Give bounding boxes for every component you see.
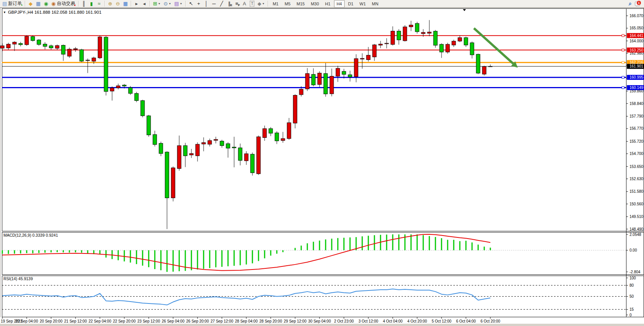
line-chart-button[interactable]: ≈ [96, 0, 103, 7]
time-tick-label: 4 Oct 20:00 [407, 319, 427, 323]
candle-body [92, 58, 96, 61]
timeframe-mn-button[interactable]: MN [369, 0, 381, 8]
candle-body [318, 73, 321, 84]
rsi-axis-label: 100 [630, 276, 636, 280]
time-tick-label: 26 Sep 20:00 [186, 319, 209, 323]
bar-chart-button[interactable]: ║ [80, 0, 87, 7]
timeframe-d1-button[interactable]: D1 [345, 0, 356, 8]
chevron-down-icon[interactable]: ▼ [169, 2, 171, 5]
search-icon[interactable]: ⌕ [627, 0, 634, 7]
timeframe-m1-button[interactable]: M1 [270, 0, 281, 8]
crosshair-button[interactable]: + [195, 0, 202, 7]
candle-body [6, 44, 10, 48]
timeframe-m30-button[interactable]: M30 [308, 0, 321, 8]
new-order-icon-overlay: + [21, 4, 23, 7]
zoom-out-button[interactable]: ⊖ [114, 0, 121, 7]
horizontal-line-icon: ─ [212, 1, 216, 6]
autotrading-icon-overlay: ● [74, 4, 76, 7]
add-indicator-icon: ⊞ [153, 1, 157, 6]
chart-shift-button[interactable]: ◂ [141, 0, 148, 7]
candle-body [61, 45, 65, 55]
candle-body [37, 40, 41, 45]
chevron-down-icon[interactable]: ▼ [158, 2, 161, 5]
candle-body [80, 50, 84, 61]
candlestick-icon: ▮ [90, 1, 93, 6]
timeframe-h4-button[interactable]: H4 [334, 0, 345, 8]
candle-body [25, 36, 29, 45]
toolbar-separator [149, 1, 150, 6]
candle-body [476, 54, 480, 73]
candle-body [488, 66, 492, 67]
candle-body [360, 58, 364, 59]
market-watch-button[interactable]: ◆ [27, 0, 34, 7]
terminal-button[interactable]: ◉ [43, 0, 50, 7]
chart-canvas[interactable]: 166.070165.050164.000162.980161.960160.9… [0, 0, 644, 326]
candle-body [43, 44, 47, 46]
price-badge-164.441: 164.441 [630, 34, 644, 38]
periods-button[interactable]: ⊙▼ [162, 0, 172, 7]
line-handle[interactable] [622, 87, 624, 89]
main-toolbar: ▤+新订单◆▦◉◉●自动交易║▮≈⊕⊖▦▸◂⊞▼⊙▼▤▼↖+│─╱∥E≡FAT◆… [0, 0, 644, 8]
auto-scroll-button[interactable]: ▸ [133, 0, 140, 7]
zoom-in-button[interactable]: ⊕ [107, 0, 114, 7]
timeframe-m15-button[interactable]: M15 [294, 0, 307, 8]
template-icon: ▤ [174, 1, 179, 6]
toolbar-separator [185, 1, 186, 6]
candle-body [171, 168, 175, 198]
candle-body [159, 143, 163, 153]
candlestick-chart-button[interactable]: ▮ [88, 0, 95, 7]
templates-button[interactable]: ▤▼ [173, 0, 183, 7]
candle-body [366, 55, 370, 60]
candle-body [19, 44, 22, 45]
time-tick-label: 23 Sep 12:00 [137, 319, 160, 323]
candle-body [165, 152, 169, 198]
time-tick-label: 28 Sep 04:00 [235, 319, 258, 323]
line-handle[interactable] [622, 61, 624, 64]
line-handle[interactable] [622, 76, 624, 79]
text-label-button[interactable]: T [249, 0, 255, 7]
timeframe-m5-button[interactable]: M5 [282, 0, 293, 8]
candle-body [330, 76, 334, 94]
autotrading-button-label: 自动交易 [57, 0, 75, 7]
navigator-button[interactable]: ▦ [35, 0, 42, 7]
new-order-button[interactable]: ▤+新订单 [1, 0, 23, 7]
chart-title-text: GBPJPY-,H4 161.888 162.058 161.880 161.9… [8, 10, 101, 15]
tile-windows-button[interactable]: ▦ [122, 0, 129, 7]
price-badge-163.250: 163.250 [630, 48, 644, 52]
horizontal-line-button[interactable]: ─ [210, 0, 217, 7]
trendline-button[interactable]: ╱ [218, 0, 225, 7]
fibonacci-button[interactable]: ≡F [233, 0, 240, 7]
candle-body [403, 27, 407, 41]
toolbar-separator [268, 1, 268, 6]
notifications-button[interactable]: 1 [634, 1, 641, 7]
candle-body [202, 142, 206, 144]
channel-button[interactable]: ∥E [226, 0, 233, 7]
candle-body [281, 139, 285, 140]
candle-body [324, 74, 328, 94]
toolbar-separator [104, 1, 105, 6]
text-button[interactable]: A [241, 0, 248, 7]
autotrading-button[interactable]: ◉●自动交易 [50, 0, 76, 7]
toolbar-right: ⌕1 [626, 0, 642, 7]
chevron-down-icon[interactable]: ▼ [262, 2, 265, 5]
timeframe-w1-button[interactable]: W1 [357, 0, 369, 8]
time-tick-label: 4 Oct 04:00 [383, 319, 403, 323]
line-handle[interactable] [622, 49, 624, 51]
indicators-button[interactable]: ⊞▼ [152, 0, 162, 7]
vertical-line-button[interactable]: │ [203, 0, 210, 7]
timeframe-h1-button[interactable]: H1 [323, 0, 333, 8]
chart-menu-icon[interactable]: ▼ [3, 11, 6, 14]
price-tick-label: 164.000 [630, 39, 644, 43]
line-handle[interactable] [622, 34, 624, 37]
cursor-button[interactable]: ↖ [188, 0, 194, 7]
candle-body [373, 45, 376, 57]
candle-body [458, 38, 462, 41]
price-tick-label: 166.070 [630, 14, 644, 18]
candle-body [128, 88, 132, 94]
candle-body [299, 89, 303, 95]
price-tick-label: 155.720 [630, 139, 644, 144]
candle-body [116, 86, 120, 88]
time-tick-label: 5 Oct 12:00 [432, 319, 451, 323]
chevron-down-icon[interactable]: ▼ [180, 2, 182, 5]
arrows-button[interactable]: ◆▼ [256, 0, 266, 7]
